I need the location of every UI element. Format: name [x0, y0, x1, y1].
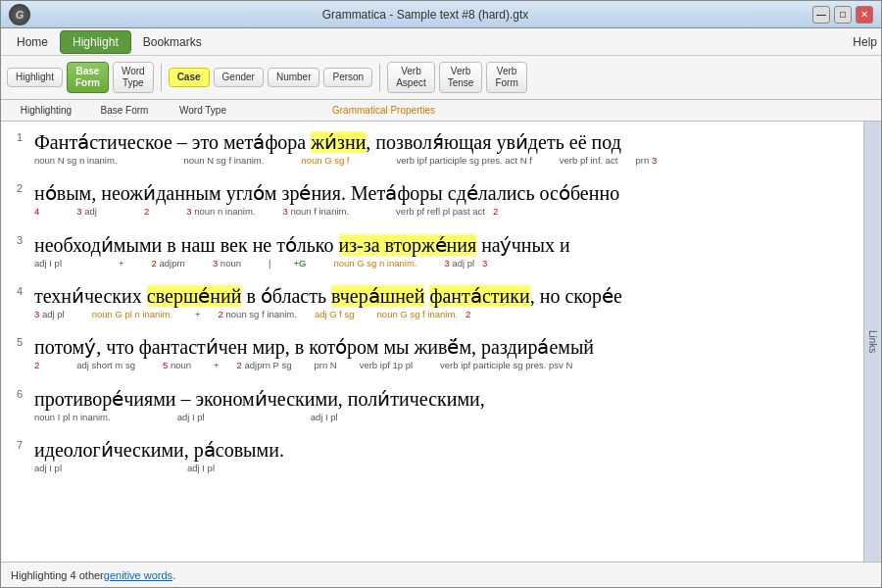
- main-content: 1 Фанта́стическое – это мета́фора жи́зни…: [1, 122, 881, 562]
- line-num-6: 6: [17, 386, 30, 400]
- line-text-4: техни́ческих сверше́ний в о́бласть вчера…: [34, 283, 848, 309]
- minimize-button[interactable]: —: [812, 6, 830, 24]
- menu-home[interactable]: Home: [5, 31, 60, 53]
- line-annot-7: adj I pl adj I pl: [34, 463, 848, 474]
- highlighted-word-fantastiki: фанта́стики: [429, 285, 529, 307]
- text-segment: идеологи́ческими, ра́совыми.: [34, 439, 284, 461]
- menu-bar: Home Highlight Bookmarks Help: [1, 28, 881, 56]
- annot-chunk: verb pf inf. act: [560, 155, 618, 167]
- toolbar: Highlight BaseForm WordType Case Gender …: [1, 56, 881, 100]
- line-num-4: 4: [17, 283, 30, 297]
- annot-chunk: adj I pl: [311, 412, 338, 423]
- line-5: 5 потому́, что фантасти́чен мир, в кото́…: [17, 334, 848, 371]
- annot-chunk: 2: [34, 360, 39, 371]
- base-form-label: BaseForm: [75, 66, 100, 89]
- annot-chunk: verb pf refl pl past act: [396, 206, 485, 218]
- line-content-6: противоре́чиями – экономи́ческими, поли́…: [34, 386, 848, 423]
- line-num-3: 3: [17, 232, 30, 246]
- annot-chunk: 3 noun n inanim.: [186, 206, 255, 218]
- toolbar-separator-1: [161, 64, 162, 91]
- annot-chunk: 5 noun: [163, 360, 191, 371]
- annot-chunk: noun I pl n inanim.: [34, 412, 111, 423]
- maximize-button[interactable]: □: [834, 6, 852, 24]
- line-annot-5: 2 adj short m sg 5 noun + 2 adjprn P sg …: [34, 360, 848, 371]
- help-button[interactable]: Help: [853, 35, 877, 49]
- verb-tense-button[interactable]: VerbTense: [439, 62, 483, 93]
- line-6: 6 противоре́чиями – экономи́ческими, пол…: [17, 386, 848, 423]
- status-genitive-link[interactable]: genitive words: [104, 569, 172, 581]
- line-num-7: 7: [17, 437, 30, 451]
- annot-chunk: 2 noun sg f inanim.: [219, 309, 297, 320]
- annot-chunk: +G: [293, 258, 306, 270]
- number-label: Number: [276, 72, 312, 83]
- text-segment: , позволя́ющая уви́деть её под: [366, 131, 620, 153]
- line-text-6: противоре́чиями – экономи́ческими, поли́…: [34, 386, 848, 412]
- annot-chunk: 3: [482, 258, 487, 270]
- menu-highlight[interactable]: Highlight: [60, 30, 131, 54]
- annot-chunk: verb ipf participle sg pres. act N f: [396, 155, 531, 167]
- word-type-section-label: Word Type: [164, 105, 242, 116]
- annot-chunk: prn N: [314, 360, 336, 371]
- annot-chunk: 3 adj pl: [34, 309, 65, 320]
- app-icon: G: [9, 4, 30, 25]
- status-text: Highlighting 4 other: [11, 569, 104, 581]
- highlighted-word-iz-za: из-за вторже́ния: [339, 234, 477, 256]
- person-button[interactable]: Person: [323, 68, 372, 87]
- annot-chunk: +: [119, 258, 124, 270]
- line-text-5: потому́, что фантасти́чен мир, в кото́ро…: [34, 334, 848, 360]
- line-content-1: Фанта́стическое – это мета́фора жи́зни, …: [34, 129, 848, 167]
- annot-chunk: 3 noun f inanim.: [282, 206, 349, 218]
- line-annot-4: 3 adj pl noun G pl n inanim. + 2 noun sg…: [34, 309, 848, 320]
- menu-bookmarks[interactable]: Bookmarks: [131, 31, 214, 53]
- annot-chunk: noun G sg f inanim.: [377, 309, 458, 320]
- annot-chunk: 2 adjprn P sg: [237, 360, 292, 371]
- annot-chunk: 2: [144, 206, 149, 218]
- verb-form-label: VerbForm: [495, 66, 517, 89]
- annot-chunk: adj I pl: [34, 258, 62, 270]
- base-form-button[interactable]: BaseForm: [67, 62, 109, 93]
- verb-aspect-label: VerbAspect: [396, 66, 426, 89]
- links-side-tab[interactable]: Links: [863, 122, 881, 562]
- highlighted-word-vcherashnei: вчера́шней: [331, 285, 424, 307]
- line-content-3: необходи́мыми в наш век не то́лько из-за…: [34, 232, 848, 270]
- annot-chunk: adj I pl: [187, 463, 215, 474]
- text-area[interactable]: 1 Фанта́стическое – это мета́фора жи́зни…: [1, 122, 863, 562]
- line-annot-1: noun N sg n inanim. noun N sg f inanim. …: [34, 155, 848, 167]
- close-button[interactable]: ✕: [856, 6, 873, 24]
- text-segment: но́вым, неожи́данным угло́м зре́ния. Мет…: [34, 182, 619, 204]
- number-button[interactable]: Number: [268, 68, 320, 87]
- window-controls: — □ ✕: [812, 6, 873, 24]
- line-text-7: идеологи́ческими, ра́совыми.: [34, 437, 848, 463]
- highlight-label: Highlight: [16, 72, 54, 83]
- verb-aspect-button[interactable]: VerbAspect: [387, 62, 435, 93]
- grammatical-properties-section-label: Grammatical Properties: [320, 105, 447, 116]
- annot-chunk: noun G sg n inanim.: [333, 258, 416, 270]
- annot-chunk: adj G f sg: [315, 309, 355, 320]
- case-button[interactable]: Case: [169, 68, 210, 87]
- annot-chunk: adj short m sg: [76, 360, 135, 371]
- annot-chunk: 3 adj pl: [444, 258, 474, 270]
- annot-chunk: verb ipf participle sg pres. psv N: [440, 360, 572, 371]
- line-num-2: 2: [17, 180, 30, 194]
- text-segment: , но скоре́е: [530, 285, 622, 307]
- text-segment: Фанта́стическое – это мета́фора: [34, 131, 311, 153]
- line-num-1: 1: [17, 129, 30, 143]
- annot-chunk: 3 noun: [213, 258, 241, 270]
- annot-chunk: 2 adjprn: [152, 258, 185, 270]
- status-suffix: .: [172, 569, 175, 581]
- gender-button[interactable]: Gender: [214, 68, 264, 87]
- text-segment: необходи́мыми в наш век не то́лько: [34, 234, 339, 256]
- window-title: Grammatica - Sample text #8 (hard).gtx: [38, 8, 812, 22]
- person-label: Person: [332, 72, 364, 83]
- toolbar-buttons-row: Highlight BaseForm WordType Case Gender …: [7, 60, 875, 95]
- annot-chunk: |: [269, 258, 270, 270]
- toolbar-separator-2: [379, 64, 380, 91]
- line-text-3: необходи́мыми в наш век не то́лько из-за…: [34, 232, 848, 258]
- line-4: 4 техни́ческих сверше́ний в о́бласть вче…: [17, 283, 848, 320]
- word-type-button[interactable]: WordType: [113, 62, 154, 93]
- line-annot-2: 4 3 adj 2 3 noun n inanim. 3 noun f inan…: [34, 206, 848, 218]
- text-segment: в о́бласть: [241, 285, 331, 307]
- toolbar-labels-bar: Highlighting Base Form Word Type Grammat…: [1, 100, 881, 122]
- highlight-button[interactable]: Highlight: [7, 68, 63, 87]
- verb-form-button[interactable]: VerbForm: [486, 62, 526, 93]
